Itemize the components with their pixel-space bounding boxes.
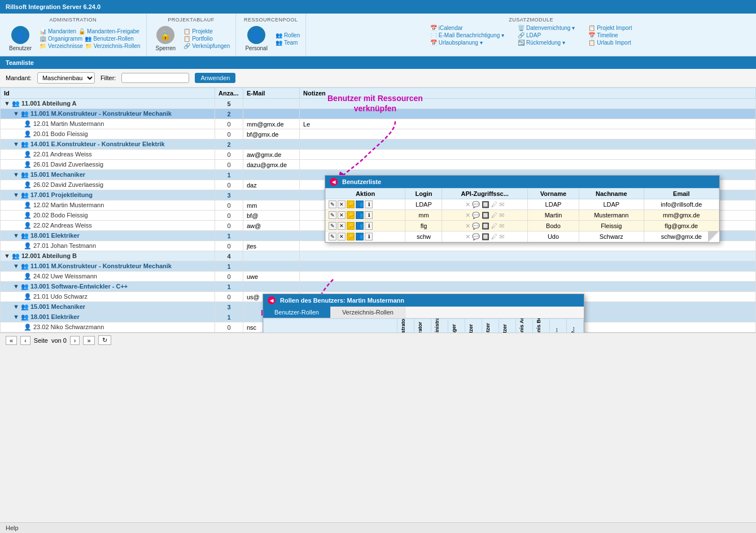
table-row[interactable]: ▼👥14.001 E.Konstrukteur - Konstrukteur E… [1, 139, 756, 150]
delete-icon[interactable]: ✕ [338, 200, 346, 208]
section-header: Teamliste [0, 56, 756, 69]
team-link[interactable]: 👥Team [276, 40, 300, 46]
info-icon[interactable]: ℹ [365, 211, 373, 219]
rollen-icon: 👥 [276, 32, 282, 38]
urlaub-link[interactable]: 📅Urlaubsplanung ▾ [430, 40, 504, 46]
col-count: Anza... [215, 88, 243, 99]
nachname-cell: Mustermann [579, 210, 644, 221]
table-row[interactable]: 👤22.01 Andreas Weiss 0 aw@gmx.de [1, 150, 756, 160]
link-users-icon[interactable]: 👥 [356, 200, 364, 208]
tab-benutzer-rollen[interactable]: Benutzer-Rollen [263, 307, 331, 318]
sperren-icon: 🔒 [156, 26, 174, 44]
projekt-import-link[interactable]: 📋Projekt Import [588, 25, 632, 31]
projekte-link[interactable]: 📋Projekte [183, 28, 230, 34]
pag-first[interactable]: « [6, 336, 17, 345]
email-link[interactable]: ✉️E-Mail Benachrichtigung ▾ [430, 32, 504, 38]
delete-icon[interactable]: ✕ [338, 211, 346, 219]
pup-col-action: Aktion [326, 189, 405, 199]
link-users-icon[interactable]: 👥 [356, 233, 364, 241]
rueckmeldung-link[interactable]: ↩️Rückmeldung ▾ [518, 40, 575, 46]
link-users-icon[interactable]: 👥 [356, 211, 364, 219]
datenvernichtung-link[interactable]: 🗑️Datenvernichtung ▾ [518, 25, 575, 31]
table-row[interactable]: ▼👥11.001 M.Konstrukteur - Konstrukteur M… [1, 109, 756, 119]
key-icon[interactable]: 🔑 [347, 233, 355, 241]
mandanten-link[interactable]: 📊Mandanten [40, 28, 76, 34]
popup-roles-header: ◀ Rollen des Benutzers: Martin Musterman… [263, 294, 584, 307]
pag-refresh[interactable]: ↻ [98, 335, 111, 345]
ribbon-personal-button[interactable]: 👤 Personal [242, 25, 270, 53]
apply-button[interactable]: Anwenden [195, 73, 235, 83]
rollen-link[interactable]: 👥Rollen [276, 32, 300, 38]
table-row[interactable]: ▼👥13.001 Software-Entwickler - C++ 1 [1, 282, 756, 292]
popup-roles-title: Rollen des Benutzers: Martin Mustermann [280, 297, 404, 304]
info-icon[interactable]: ℹ [365, 222, 373, 230]
pup-col-nachname: Nachname [579, 189, 644, 199]
key-icon[interactable]: 🔑 [347, 200, 355, 208]
popup-roles-close[interactable]: ◀ [268, 296, 276, 304]
expand-icon[interactable]: ▼ [13, 141, 19, 147]
expand-icon[interactable]: ▼ [13, 171, 19, 178]
table-row[interactable]: 👤26.01 David Zuverlaessig 0 dazu@gmx.de [1, 160, 756, 170]
expand-icon[interactable]: ▼ [13, 313, 19, 320]
expand-icon[interactable]: ▼ [13, 263, 19, 269]
person-icon: 👤 [24, 293, 32, 300]
edit-icon[interactable]: ✎ [329, 200, 337, 208]
rueckmeldung-icon: ↩️ [518, 40, 525, 46]
filter-input[interactable] [121, 73, 189, 83]
link-users-icon[interactable]: 👥 [356, 222, 364, 230]
table-row[interactable]: 👤24.02 Uwe Weissmann 0 uwe [1, 272, 756, 282]
roles-col-urlaub: Urlaub_lese... [567, 319, 584, 333]
portfolio-link[interactable]: 📋Portfolio [183, 36, 230, 42]
delete-icon[interactable]: ✕ [338, 233, 346, 241]
expand-icon[interactable]: ▼ [13, 191, 19, 198]
urlaub-import-link[interactable]: 📋Urlaub Import [588, 40, 632, 46]
expand-icon[interactable]: ▼ [13, 303, 19, 310]
pag-page-label: Seite [34, 337, 48, 344]
delete-icon[interactable]: ✕ [338, 222, 346, 230]
tab-verzeichnis-rollen[interactable]: Verzeichnis-Rollen [331, 307, 405, 318]
pag-prev[interactable]: ‹ [20, 336, 30, 345]
timeline-link[interactable]: 📅Timeline [588, 32, 632, 38]
action-cell: ✎ ✕ 🔑 👥 ℹ [326, 199, 405, 210]
pag-last[interactable]: » [83, 336, 94, 345]
table-row[interactable]: ▼👥11.001 M.Konstrukteur - Konstrukteur M… [1, 261, 756, 272]
expand-icon[interactable]: ▼ [13, 110, 19, 117]
ldap-link[interactable]: 🔗LDAP [518, 32, 575, 38]
expand-icon[interactable]: ▼ [13, 283, 19, 290]
ribbon-zusatz-col2: 🗑️Datenvernichtung ▾ 🔗LDAP ↩️Rückmeldung… [518, 25, 575, 46]
ribbon-sperren-button[interactable]: 🔒 Sperren [152, 25, 180, 53]
benutzer-rollen-link[interactable]: 👥Benutzer-Rollen [85, 36, 134, 42]
person-icon: 👤 [24, 222, 32, 229]
ribbon-section-projektablauf: PROJEKTABLAUF 🔒 Sperren 📋Projekte 📋Portf… [147, 14, 237, 56]
expand-icon[interactable]: ▼ [4, 252, 10, 259]
ribbon-benutzer-button[interactable]: 👤 Benutzer [6, 25, 35, 53]
expand-icon[interactable]: ▼ [4, 100, 10, 107]
table-row[interactable]: ▼👥12.001 Abteilung B 4 [1, 251, 756, 261]
organigramm-link[interactable]: 🏢Organigramm [40, 36, 82, 42]
verzeichnisse-link[interactable]: 📁Verzeichnisse [40, 43, 83, 49]
table-row[interactable]: 👤20.01 Bodo Fleissig 0 bf@gmx.de [1, 129, 756, 139]
edit-icon[interactable]: ✎ [329, 222, 337, 230]
sperren-label: Sperren [156, 45, 176, 51]
icalendar-link[interactable]: 📅iCalendar [430, 25, 504, 31]
person-icon: 👤 [24, 202, 32, 208]
verzeichnis-rollen-link[interactable]: 📁Verzeichnis-Rollen [85, 43, 141, 49]
info-icon[interactable]: ℹ [365, 200, 373, 208]
pag-next[interactable]: › [70, 336, 80, 345]
key-icon[interactable]: 🔑 [347, 222, 355, 230]
popup-users-close[interactable]: ◀ [330, 178, 338, 186]
edit-icon[interactable]: ✎ [329, 233, 337, 241]
verknuepfungen-link[interactable]: 🔗Verknüpfungen [183, 43, 230, 49]
edit-icon[interactable]: ✎ [329, 211, 337, 219]
table-row[interactable]: ▼👥11.001 Abteilung A 5 [1, 99, 756, 109]
info-icon[interactable]: ℹ [365, 233, 373, 241]
person-icon: 👤 [24, 130, 32, 137]
mandant-select[interactable]: Maschinenbau [37, 72, 95, 84]
expand-icon[interactable]: ▼ [13, 232, 19, 239]
api-icons: ✕ 💬 🔲 🖊 ✉ [465, 212, 504, 219]
col-id: Id [1, 88, 215, 99]
table-row[interactable]: 👤12.01 Martin Mustermann 0 mm@gmx.de Le [1, 119, 756, 129]
key-icon[interactable]: 🔑 [347, 211, 355, 219]
person-icon: 👤 [24, 242, 32, 249]
mandanten-freigabe-link[interactable]: 🔓Mandanten-Freigabe [78, 28, 139, 34]
